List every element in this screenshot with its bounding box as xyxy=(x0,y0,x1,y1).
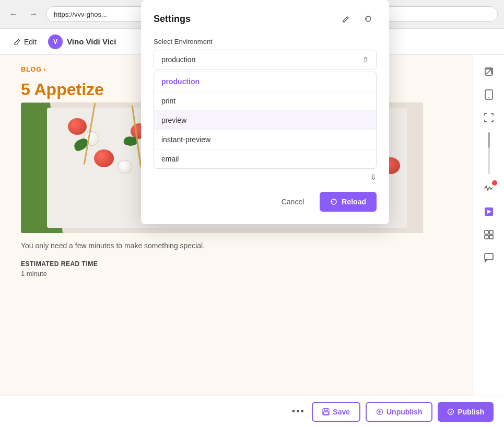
refresh-settings-button[interactable] xyxy=(360,10,377,27)
cancel-button[interactable]: Cancel xyxy=(271,192,315,212)
env-option-preview[interactable]: preview xyxy=(154,111,376,130)
edit-settings-button[interactable] xyxy=(338,10,355,27)
refresh-icon xyxy=(364,15,372,23)
env-option-instant-preview[interactable]: instant-preview xyxy=(154,130,376,149)
chevron-up-icon: ⇧ xyxy=(362,55,369,64)
select-env-label: Select Environment xyxy=(154,38,377,45)
reload-icon xyxy=(330,198,337,205)
modal-header: Settings xyxy=(154,10,377,27)
env-dropdown: production print preview instant-preview… xyxy=(154,72,377,169)
modal-title: Settings xyxy=(154,14,191,25)
reload-button[interactable]: Reload xyxy=(320,192,377,212)
env-option-production[interactable]: production xyxy=(154,72,376,91)
pencil-icon xyxy=(342,15,350,23)
chevron-down-icon: ⇩ xyxy=(370,173,377,181)
env-option-email[interactable]: email xyxy=(154,149,376,168)
modal-overlay: Settings Select Environment production xyxy=(0,0,504,427)
modal-footer: Cancel Reload xyxy=(154,192,377,212)
env-option-print[interactable]: print xyxy=(154,91,376,111)
modal-header-actions xyxy=(338,10,377,27)
env-select-box[interactable]: production ⇧ xyxy=(154,50,377,70)
settings-modal: Settings Select Environment production xyxy=(141,0,389,224)
